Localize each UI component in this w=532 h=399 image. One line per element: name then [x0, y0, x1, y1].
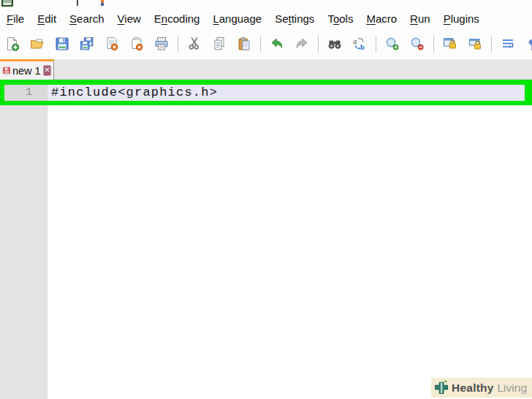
- menu-item-language[interactable]: Language: [206, 10, 268, 27]
- svg-text:b: b: [360, 43, 365, 51]
- menu-item-encoding[interactable]: Encoding: [148, 10, 207, 27]
- tab-label: new 1: [12, 65, 41, 77]
- save-button[interactable]: [53, 35, 71, 53]
- close-all-icon: [129, 37, 144, 51]
- toolbar-separator: [178, 36, 178, 53]
- copy-icon: [212, 37, 227, 51]
- line-number-gutter: [0, 105, 48, 399]
- sync-horizontal-button[interactable]: [466, 35, 484, 53]
- menu-item-file[interactable]: File: [0, 10, 31, 27]
- zoom-in-button[interactable]: [384, 35, 401, 53]
- print-button[interactable]: [153, 35, 170, 53]
- title-text-fragment: [77, 0, 78, 6]
- editor-area[interactable]: [0, 105, 532, 399]
- watermark-text-bold: Healthy: [452, 381, 493, 395]
- title-icon-fragment: [101, 0, 104, 6]
- close-icon: [104, 37, 119, 51]
- save-all-button[interactable]: [78, 35, 96, 53]
- healthy-living-watermark: Healthy Living: [431, 378, 532, 398]
- code-text: #include<graphics.h>: [48, 85, 525, 101]
- annotation-highlight-box: 1 #include<graphics.h>: [0, 80, 532, 105]
- replace-button[interactable]: ab: [351, 35, 368, 53]
- undo-icon: [270, 37, 284, 51]
- toolbar-separator: [433, 36, 434, 53]
- save-all-icon: [80, 37, 94, 51]
- menu-item-view[interactable]: View: [111, 10, 148, 27]
- svg-text:¶: ¶: [528, 37, 532, 52]
- menu-item-macro[interactable]: Macro: [360, 10, 403, 27]
- menu-bar: FileEditSearchViewEncodingLanguageSettin…: [0, 9, 532, 28]
- text-editing-area[interactable]: [48, 105, 532, 399]
- menu-item-tools[interactable]: Tools: [321, 10, 360, 27]
- menu-item-settings[interactable]: Settings: [268, 10, 321, 27]
- undo-button[interactable]: [268, 35, 286, 53]
- code-line-1[interactable]: 1 #include<graphics.h>: [4, 85, 525, 101]
- open-folder-button[interactable]: [28, 35, 46, 53]
- new-file-icon: [5, 37, 20, 51]
- watermark-text-light: Living: [498, 381, 528, 395]
- toolbar-separator: [376, 36, 376, 53]
- tab-close-button[interactable]: ✕: [43, 65, 51, 76]
- zoom-in-icon: [385, 37, 400, 51]
- sync-vertical-icon: [443, 37, 457, 51]
- open-folder-icon: [30, 37, 45, 51]
- toolbar-separator: [318, 36, 319, 53]
- menu-item-plugins[interactable]: Plugins: [437, 10, 486, 27]
- zoom-out-button[interactable]: [408, 35, 426, 53]
- copy-button[interactable]: [210, 35, 228, 53]
- close-button[interactable]: [103, 35, 121, 53]
- cut-button[interactable]: [186, 35, 203, 53]
- show-all-chars-icon: ¶: [525, 37, 532, 51]
- redo-icon: [294, 37, 309, 51]
- print-icon: [154, 37, 169, 51]
- menu-item-edit[interactable]: Edit: [31, 10, 63, 27]
- toolbar-separator: [260, 36, 261, 53]
- sync-horizontal-icon: [468, 37, 482, 51]
- word-wrap-button[interactable]: [499, 35, 517, 53]
- save-icon: [55, 37, 69, 51]
- tab-new-1[interactable]: new 1 ✕: [0, 59, 54, 80]
- toolbar: ab¶: [0, 28, 532, 59]
- menu-item-search[interactable]: Search: [63, 10, 111, 27]
- svg-text:a: a: [354, 38, 357, 45]
- window-icon-fragment: [1, 0, 13, 7]
- paste-button[interactable]: [235, 35, 253, 53]
- tab-bar: new 1 ✕: [0, 59, 532, 80]
- show-all-chars-button[interactable]: ¶: [524, 35, 532, 53]
- replace-icon: ab: [352, 37, 367, 51]
- healthy-living-cross-icon: [434, 380, 449, 395]
- cut-icon: [187, 37, 202, 51]
- titlebar-remnant: [0, 0, 532, 9]
- word-wrap-icon: [501, 37, 515, 51]
- paste-icon: [237, 37, 251, 51]
- redo-button[interactable]: [293, 35, 311, 53]
- close-all-button[interactable]: [128, 35, 145, 53]
- line-number: 1: [4, 85, 48, 101]
- find-icon: [327, 37, 342, 51]
- toolbar-separator: [491, 36, 492, 53]
- unsaved-floppy-icon: [3, 65, 10, 76]
- find-button[interactable]: [326, 35, 343, 53]
- zoom-out-icon: [410, 37, 425, 51]
- sync-vertical-button[interactable]: [441, 35, 459, 53]
- new-file-button[interactable]: [4, 35, 21, 53]
- menu-item-run[interactable]: Run: [403, 10, 437, 27]
